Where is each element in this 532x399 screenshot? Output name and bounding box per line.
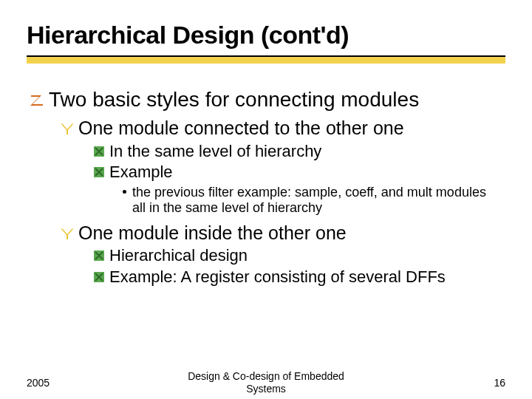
bullet-level1: Two basic styles for connecting modules	[30, 88, 505, 112]
bullet-level3: Example	[93, 163, 505, 181]
x-bullet-icon	[93, 166, 105, 178]
dot-bullet-icon	[123, 190, 126, 194]
bullet-text: One module inside the other one	[78, 222, 347, 244]
bullet-level2: One module connected to the other one	[61, 117, 505, 139]
y-bullet-icon	[61, 122, 74, 135]
z-bullet-icon	[30, 93, 44, 108]
x-bullet-icon	[93, 250, 105, 262]
footer-year: 2005	[27, 377, 50, 389]
bullet-text: Hierarchical design	[109, 246, 248, 265]
footer-page-number: 16	[494, 377, 505, 389]
bullet-text: the previous filter example: sample, coe…	[132, 185, 502, 216]
bullet-level2: One module inside the other one	[61, 222, 505, 244]
underline-rule	[27, 55, 505, 57]
bullet-text: Example: A register consisting of severa…	[109, 267, 446, 286]
x-bullet-icon	[93, 271, 105, 283]
slide-footer: 2005 Design & Co-design of Embedded Syst…	[0, 377, 532, 389]
bullet-text: In the same level of hierarchy	[109, 142, 321, 160]
footer-line1: Design & Co-design of Embedded	[188, 370, 344, 382]
slide-title: Hierarchical Design (cont'd)	[27, 21, 505, 50]
bullet-text: One module connected to the other one	[78, 117, 404, 139]
bullet-level3: Example: A register consisting of severa…	[93, 267, 505, 286]
bullet-text: Two basic styles for connecting modules	[49, 88, 419, 112]
bullet-text: Example	[109, 163, 173, 181]
footer-course-title: Design & Co-design of Embedded Systems	[188, 370, 344, 395]
slide: Hierarchical Design (cont'd) Two basic s…	[0, 0, 532, 399]
underline-highlight	[27, 56, 505, 64]
bullet-level4: the previous filter example: sample, coe…	[123, 185, 505, 216]
bullet-level3: Hierarchical design	[93, 246, 505, 265]
x-bullet-icon	[93, 146, 105, 157]
y-bullet-icon	[61, 227, 74, 240]
footer-line2: Systems	[246, 383, 286, 395]
title-underline	[27, 54, 505, 66]
bullet-level3: In the same level of hierarchy	[93, 142, 505, 160]
